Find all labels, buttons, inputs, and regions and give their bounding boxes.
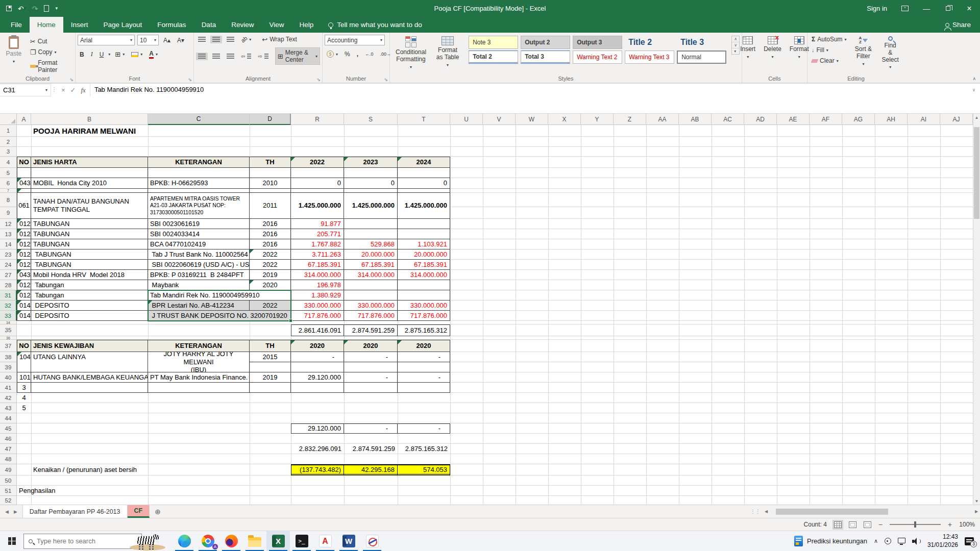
accounting-format-button[interactable]: $▾ [325, 49, 340, 59]
cell-A4[interactable]: NO [17, 157, 31, 168]
cell-C41[interactable] [148, 383, 250, 393]
cell-S5[interactable] [344, 168, 398, 178]
cell-T49[interactable]: 574.053 [398, 464, 450, 475]
cell-T6[interactable]: 0 [398, 178, 450, 189]
row-header-40[interactable]: 40 [0, 372, 17, 383]
column-header-AJ[interactable]: AJ [940, 114, 973, 125]
save-icon[interactable] [6, 6, 12, 11]
cell-S38[interactable]: - [344, 352, 398, 362]
cell-B5[interactable] [31, 168, 148, 178]
cell-D27[interactable]: 2019 [250, 270, 291, 280]
cell-B27[interactable]: Mobil Honda HRV Model 2018 [31, 270, 148, 280]
paste-button[interactable]: Paste ▾ [2, 35, 26, 66]
cell-R7[interactable] [291, 189, 344, 193]
cell-D37[interactable]: TH [250, 340, 291, 352]
font-dialog-launcher[interactable]: ⇘ [188, 77, 192, 82]
row-header-8[interactable]: 8 [0, 193, 17, 207]
row-header-23[interactable]: 23 [0, 249, 17, 260]
cell-C8[interactable]: APARTEMEN MITRA OASIS TOWER A21-03 JAKAR… [148, 193, 250, 219]
cell-B23[interactable]: TABUNGAN [31, 249, 148, 260]
cell-D6[interactable]: 2010 [250, 178, 291, 189]
cell-style-warning-text-2[interactable]: Warning Text 2 [573, 51, 622, 64]
conditional-formatting-button[interactable]: Conditional Formatting ▾ [392, 35, 430, 71]
cell-A40[interactable]: 101 [17, 372, 31, 383]
cell-S23[interactable]: 20.000.000 [344, 249, 398, 260]
cell-B32[interactable]: DEPOSITO [31, 300, 148, 311]
row-header-37[interactable]: 37 [0, 340, 17, 352]
page-layout-view-icon[interactable] [849, 521, 856, 528]
cell-R39[interactable] [291, 362, 344, 372]
cell-style-title-2[interactable]: Title 2 [625, 36, 674, 49]
cell-D14[interactable]: 2016 [250, 239, 291, 249]
cell-C33[interactable]: J TRUST BANK DEPOSITO NO. 3200701920 [148, 311, 291, 321]
column-header-AD[interactable]: AD [744, 114, 777, 125]
taskbar-icon-terminal[interactable]: >_ [290, 531, 313, 551]
cell-B13[interactable]: TABUNGAN [31, 229, 148, 239]
cell-T45[interactable]: - [398, 423, 450, 434]
new-document-icon[interactable] [44, 5, 49, 12]
column-header-V[interactable]: V [483, 114, 516, 125]
row-header-7[interactable]: 7 [0, 189, 17, 193]
cell-D38[interactable]: 2015 [250, 352, 291, 362]
cell-R40[interactable]: 29.120.000 [291, 372, 344, 383]
sort-filter-button[interactable]: AZ Sort & Filter ▾ [851, 35, 876, 68]
cell-R4[interactable]: 2022 [291, 157, 344, 168]
formula-input[interactable]: Tab Mandiri Rek No. 1190004959910 [90, 84, 968, 95]
orientation-button[interactable]: ab▾ [239, 35, 253, 43]
cell-B37[interactable]: JENIS KEWAJIBAN [31, 340, 148, 352]
bottom-align-button[interactable] [225, 36, 236, 43]
copy-button[interactable]: ❐Copy ▾ [28, 47, 73, 57]
column-header-R[interactable]: R [291, 114, 344, 125]
cell-A8[interactable]: 061 [17, 193, 31, 219]
zoom-out-icon[interactable]: − [878, 520, 883, 529]
share-button[interactable]: Share [945, 17, 971, 33]
cell-R41[interactable] [291, 383, 344, 393]
cell-S24[interactable]: 67.185.391 [344, 260, 398, 270]
row-header-24[interactable]: 24 [0, 260, 17, 270]
autosum-button[interactable]: ΣAutoSum▾ [810, 35, 849, 44]
cell-D4[interactable]: TH [250, 157, 291, 168]
fill-button[interactable]: ↓Fill▾ [810, 45, 849, 55]
scroll-up-icon[interactable]: ▲ [973, 114, 980, 121]
start-button[interactable] [0, 531, 23, 551]
cell-T47[interactable]: 2.875.165.312 [398, 444, 450, 454]
cell-A42[interactable]: 4 [17, 393, 31, 403]
vertical-scrollbar[interactable]: ▲ ▼ [973, 114, 980, 505]
cell-B49[interactable]: Kenaikan / (penurunan) aset bersih [31, 464, 148, 475]
cell-A5[interactable] [17, 168, 31, 178]
tray-overflow-icon[interactable]: ∧ [874, 538, 878, 544]
cell-R13[interactable]: 205.771 [291, 229, 344, 239]
align-left-button[interactable] [196, 53, 208, 60]
column-header-B[interactable]: B [31, 114, 148, 125]
cell-S28[interactable] [344, 280, 398, 290]
cell-B33[interactable]: DEPOSITO [31, 311, 148, 321]
cell-D13[interactable]: 2016 [250, 229, 291, 239]
cell-B4[interactable]: JENIS HARTA [31, 157, 148, 168]
cell-B8[interactable]: TANAH DAN/ATAU BANGUNAN TEMPAT TINGGAL [31, 193, 148, 219]
cell-S7[interactable] [344, 189, 398, 193]
cell-R35[interactable]: 2.861.416.091 [291, 324, 344, 336]
formula-bar-expand-icon[interactable]: ∨ [968, 84, 980, 92]
cell-R47[interactable]: 2.832.296.091 [291, 444, 344, 454]
cell-D40[interactable]: 2019 [250, 372, 291, 383]
column-header-T[interactable]: T [398, 114, 450, 125]
close-button[interactable]: × [959, 0, 980, 17]
cell-S33[interactable]: 717.876.000 [344, 311, 398, 321]
ribbon-tab-help[interactable]: Help [291, 17, 321, 33]
cell-A12[interactable]: 012 [17, 219, 31, 229]
comma-style-button[interactable]: , [355, 49, 360, 59]
increase-decimal-button[interactable]: ←.0 [363, 51, 376, 58]
zoom-knob[interactable] [914, 521, 916, 528]
decrease-indent-button[interactable]: ⇦ [239, 53, 253, 60]
next-sheet-icon[interactable]: ▶ [14, 509, 17, 514]
cell-C14[interactable]: BCA 04770102419 [148, 239, 250, 249]
cell-R45[interactable]: 29.120.000 [291, 423, 344, 434]
cell-D23[interactable]: 2022 [250, 249, 291, 260]
cell-D32[interactable]: 2022 [250, 300, 291, 311]
top-align-button[interactable] [196, 36, 208, 43]
cell-R32[interactable]: 330.000.000 [291, 300, 344, 311]
alignment-dialog-launcher[interactable]: ⇘ [316, 77, 321, 82]
taskbar-search[interactable] [23, 534, 142, 549]
cancel-formula-icon[interactable]: × [61, 86, 65, 94]
row-header-31[interactable]: 31 [0, 290, 17, 300]
